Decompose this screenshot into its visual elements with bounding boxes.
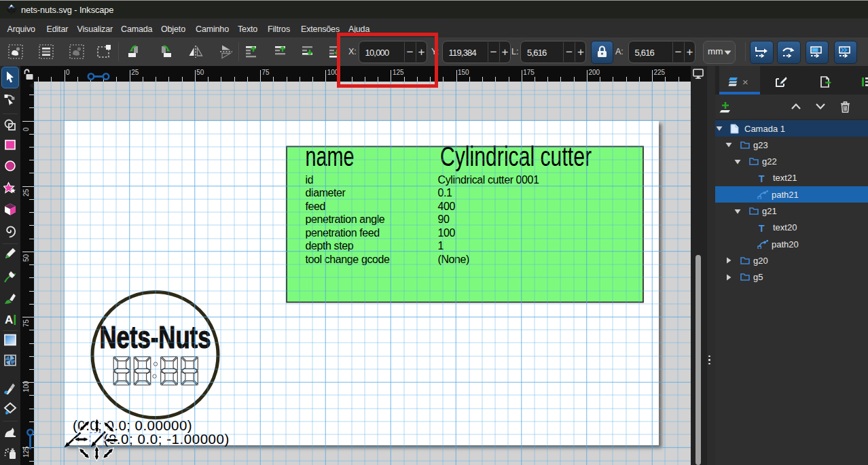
svg-text:A: A — [5, 313, 13, 326]
